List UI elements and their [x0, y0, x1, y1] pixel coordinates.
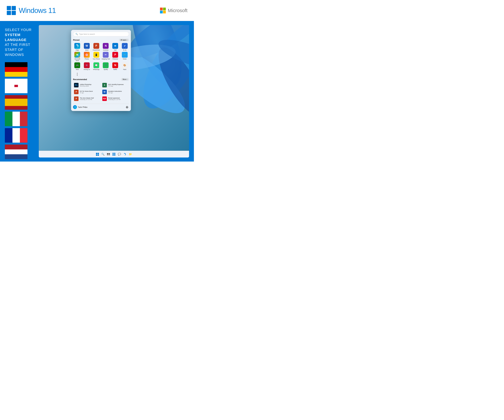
flag-german[interactable] — [5, 62, 27, 77]
header: Windows 11 Microsoft — [0, 0, 194, 21]
svg-rect-21 — [107, 155, 108, 155]
app-word[interactable]: W Word — [83, 43, 91, 51]
donation-icon: W — [102, 90, 107, 94]
search-placeholder: Type here to search — [79, 33, 95, 35]
powerpoint-label: PowerPoint — [93, 49, 100, 51]
rec-photoshop-info: Adobe Photoshop Recently added — [80, 84, 91, 87]
desktop-background: 🔍 Type here to search Pinned All apps › — [39, 25, 189, 151]
app-todo[interactable]: ✔ To Do — [120, 43, 129, 51]
taskbar-fileexplorer-button[interactable]: 📁 — [128, 152, 133, 157]
app-mail[interactable]: ✉ Mail — [111, 43, 120, 51]
app-snipping[interactable]: ✂ Snipping Tool — [102, 52, 110, 61]
flag-france[interactable] — [5, 128, 27, 143]
expenses-icon: X — [102, 83, 107, 87]
svg-rect-24 — [114, 153, 115, 154]
rec-diy[interactable]: P DIY for Home Decor 2h ago — [73, 89, 101, 95]
rec-rental[interactable]: PDF Rental Agreement Yesterday at 1:15 P… — [101, 96, 129, 102]
all-apps-button[interactable]: All apps › — [119, 39, 129, 41]
svg-rect-25 — [113, 154, 114, 155]
rec-donation[interactable]: W Donation Instructions 12h ago — [101, 89, 129, 95]
pinterest-label: Pinterest — [113, 58, 118, 60]
flag-italy[interactable] — [5, 112, 27, 126]
svg-rect-17 — [96, 154, 97, 156]
app-xbox[interactable]: 🎮 Xbox — [73, 62, 82, 70]
msstore-icon: 🛍 — [74, 52, 80, 58]
powerpoint-icon: P — [93, 43, 99, 49]
flag-uk[interactable] — [5, 79, 27, 93]
more-label: More — [123, 78, 126, 80]
flag-netherlands[interactable] — [5, 145, 27, 159]
rec-zerowaste[interactable]: P The Zero-Waste Chef Yesterday at 4:24 … — [73, 96, 101, 102]
left-panel: SELECT YOUR SYSTEM LANGUAGE AT THE FIRST… — [0, 21, 39, 161]
rec-photoshop[interactable]: Ps Adobe Photoshop Recently added — [73, 82, 101, 88]
app-edge[interactable]: Edge — [73, 43, 82, 51]
more-button[interactable]: More › — [121, 78, 129, 81]
svg-rect-15 — [96, 153, 97, 154]
whatsapp-label: WhatsApp — [93, 69, 99, 70]
app-netflix[interactable]: N Netflix — [111, 62, 120, 70]
svg-rect-19 — [107, 153, 108, 154]
app-photos[interactable]: 🌸 Photos — [83, 52, 91, 61]
edge-icon — [74, 43, 80, 49]
snipping-icon: ✂ — [103, 52, 108, 58]
app-whatsapp[interactable]: 💬 WhatsApp — [92, 62, 101, 70]
svg-rect-27 — [113, 155, 114, 156]
snipping-label: Snipping Tool — [102, 58, 110, 60]
netflix-icon: N — [112, 62, 118, 68]
headline-normal: SELECT YOUR — [5, 28, 31, 32]
todo-label: To Do — [123, 49, 126, 51]
app-powerpoint[interactable]: P PowerPoint — [92, 43, 101, 51]
paint-label: Paint — [123, 69, 126, 70]
pinned-title: Pinned — [73, 39, 79, 41]
among-icon: 👾 — [84, 62, 90, 68]
more-dots — [73, 71, 82, 76]
app-msstore[interactable]: 🛍 Microsoft Store — [73, 52, 82, 61]
windows-title: Windows 11 — [19, 6, 56, 15]
photoshop-icon: Ps — [74, 83, 78, 87]
right-panel: 🔍 Type here to search Pinned All apps › — [39, 21, 194, 161]
chevron-right-icon: › — [127, 39, 127, 41]
user-info[interactable]: T Taylor Philips — [73, 105, 87, 109]
taskbar-search-button[interactable]: 🔍 — [101, 152, 105, 157]
pinned-header: Pinned All apps › — [73, 39, 129, 41]
svg-rect-23 — [113, 153, 114, 154]
app-onenote[interactable]: N OneNote — [102, 43, 110, 51]
msstore-label: Microsoft Store — [73, 58, 82, 61]
zerowaste-icon: P — [74, 96, 78, 101]
taskbar-start-button[interactable] — [95, 152, 100, 157]
word-label: Word — [85, 49, 88, 51]
svg-rect-20 — [108, 153, 110, 154]
svg-rect-6 — [160, 11, 163, 13]
taskbar-edge-button[interactable] — [123, 152, 127, 157]
twitter-icon: 🐦 — [122, 52, 128, 58]
taskbar-taskview-button[interactable] — [106, 152, 111, 157]
power-button[interactable]: ⏻ — [125, 105, 129, 109]
app-paint[interactable]: 🎨 Paint — [120, 62, 129, 70]
taskbar-chat-button[interactable]: 💬 — [117, 152, 122, 157]
onenote-icon: N — [103, 43, 108, 49]
app-pinterest[interactable]: P Pinterest — [111, 52, 120, 61]
recommended-header: Recommended More › — [73, 78, 129, 81]
rec-rental-info: Rental Agreement Yesterday at 1:15 PM — [108, 97, 120, 100]
power-icon: ⏻ — [126, 106, 128, 108]
apps-grid: Edge W Word P PowerPoint — [73, 43, 129, 76]
taskbar-widgets-button[interactable] — [112, 152, 116, 157]
app-twitter[interactable]: 🐦 Twitter — [120, 52, 129, 61]
rec-diy-info: DIY for Home Decor 2h ago — [80, 90, 93, 94]
spotify-label: Spotify — [104, 69, 108, 70]
photos-label: Photos — [85, 58, 89, 60]
search-icon: 🔍 — [75, 33, 78, 35]
app-spotify[interactable]: 🎵 Spotify — [102, 62, 110, 70]
rec-expenses[interactable]: X 2021 Monthly Expenses 17m ago — [101, 82, 129, 88]
start-menu: 🔍 Type here to search Pinned All apps › — [71, 30, 131, 111]
yourphone-icon: 📱 — [93, 52, 99, 58]
recommended-grid: Ps Adobe Photoshop Recently added X — [73, 82, 129, 102]
windows-brand: Windows 11 — [6, 6, 56, 15]
flag-spain[interactable] — [5, 95, 27, 110]
user-name: Taylor Philips — [78, 106, 87, 108]
app-among[interactable]: 👾 Among Us — [83, 62, 91, 70]
search-bar[interactable]: 🔍 Type here to search — [73, 32, 129, 36]
app-yourphone[interactable]: 📱 Your Phone — [92, 52, 101, 61]
svg-rect-5 — [163, 8, 166, 10]
taskbar: 🔍 — [39, 151, 189, 158]
